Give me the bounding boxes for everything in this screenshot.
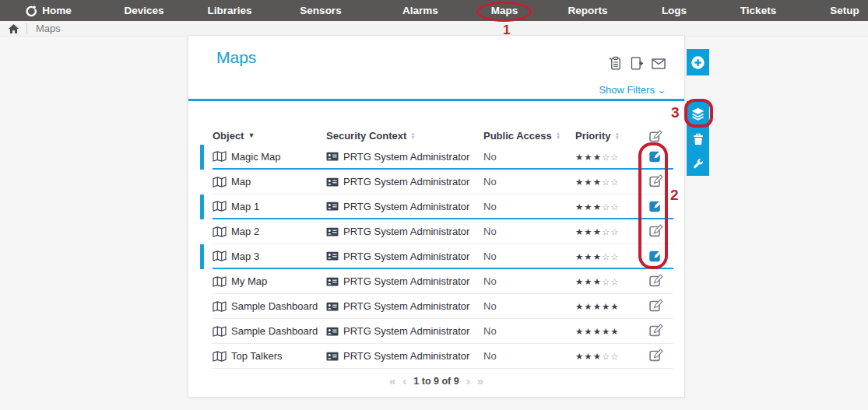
edit-map-button[interactable]: [649, 348, 663, 362]
nav-item-label: Logs: [662, 5, 687, 16]
public-access: No: [483, 226, 575, 237]
table-row[interactable]: Magic Map PRTG System Administrator No ★…: [213, 145, 673, 170]
star-filled-icon: ★: [593, 327, 602, 336]
star-filled-icon: ★: [593, 227, 602, 237]
column-object[interactable]: Object▼: [213, 130, 326, 142]
pagination-last[interactable]: »: [477, 377, 483, 386]
nav-item-label: Libraries: [207, 5, 251, 16]
nav-item-logs[interactable]: Logs: [662, 0, 687, 21]
star-filled-icon: ★: [575, 277, 584, 286]
star-filled-icon: ★: [593, 352, 602, 361]
star-filled-icon: ★: [575, 352, 584, 361]
sort-icon: ▲▼: [615, 131, 620, 139]
edit-map-button[interactable]: [649, 248, 663, 262]
edit-map-button[interactable]: [649, 173, 663, 187]
star-filled-icon: ★: [593, 252, 602, 261]
delete-button[interactable]: [693, 133, 704, 145]
multi-edit-button[interactable]: [691, 107, 705, 121]
table-row[interactable]: Map 1 PRTG System Administrator No ★★★☆☆: [213, 194, 673, 219]
chevron-down-icon: ⌄: [658, 86, 666, 94]
id-card-icon: [326, 277, 339, 286]
column-security-context[interactable]: Security Context▲▼: [326, 130, 483, 142]
star-empty-icon: ☆: [610, 152, 619, 162]
map-icon: [213, 301, 227, 312]
clipboard-report-button[interactable]: [608, 56, 621, 73]
id-card-icon: [326, 327, 339, 336]
nav-item-setup[interactable]: Setup: [830, 0, 859, 21]
nav-item-libraries[interactable]: Libraries: [207, 0, 251, 21]
map-name[interactable]: Map: [231, 176, 251, 187]
map-name[interactable]: Map 1: [231, 201, 259, 212]
star-empty-icon: ☆: [602, 177, 610, 187]
star-filled-icon: ★: [575, 202, 584, 212]
breadcrumb-label[interactable]: Maps: [36, 23, 61, 34]
security-context: PRTG System Administrator: [343, 325, 469, 337]
pagination-first[interactable]: «: [389, 377, 395, 386]
nav-item-tickets[interactable]: Tickets: [740, 0, 776, 21]
panel-actions: [608, 56, 666, 73]
nav-item-label: Tickets: [740, 5, 776, 16]
map-name[interactable]: Sample Dashboard: [231, 325, 318, 337]
edit-map-button[interactable]: [649, 273, 663, 287]
map-name[interactable]: My Map: [231, 275, 267, 287]
star-empty-icon: ☆: [610, 177, 619, 187]
nav-item-sensors[interactable]: Sensors: [300, 0, 341, 21]
edit-map-button[interactable]: [649, 149, 663, 163]
map-name[interactable]: Magic Map: [231, 151, 281, 163]
table-row[interactable]: Top Talkers PRTG System Administrator No…: [213, 344, 673, 369]
star-empty-icon: ☆: [602, 352, 610, 361]
map-name[interactable]: Sample Dashboard: [231, 300, 318, 312]
edit-map-button[interactable]: [649, 298, 663, 312]
map-name[interactable]: Map 2: [231, 226, 259, 237]
star-empty-icon: ☆: [602, 227, 610, 237]
public-access: No: [483, 325, 575, 337]
star-filled-icon: ★: [575, 327, 584, 336]
nav-item-reports[interactable]: Reports: [568, 0, 607, 21]
column-priority[interactable]: Priority▲▼: [575, 130, 649, 142]
pagination-prev[interactable]: ‹: [402, 377, 406, 386]
nav-item-devices[interactable]: Devices: [124, 0, 163, 21]
map-icon: [213, 177, 227, 187]
id-card-icon: [326, 177, 339, 187]
column-public-access[interactable]: Public Access▲▼: [483, 130, 575, 142]
settings-button[interactable]: [692, 158, 704, 170]
add-report-button[interactable]: [630, 56, 643, 73]
prtg-logo-icon: [25, 5, 37, 17]
home-icon[interactable]: [8, 23, 19, 34]
public-access: No: [483, 350, 575, 362]
priority-stars: ★★★☆☆: [575, 201, 649, 212]
show-filters-link[interactable]: Show Filters ⌄: [599, 84, 666, 96]
table-row[interactable]: Sample Dashboard PRTG System Administrat…: [213, 294, 673, 319]
table-row[interactable]: Map 2 PRTG System Administrator No ★★★☆☆: [213, 219, 673, 244]
star-empty-icon: ☆: [610, 277, 619, 286]
star-filled-icon: ★: [584, 152, 592, 162]
map-name[interactable]: Map 3: [231, 251, 259, 262]
table-row[interactable]: Sample Dashboard PRTG System Administrat…: [213, 319, 673, 344]
star-filled-icon: ★: [593, 202, 602, 212]
add-map-button[interactable]: [687, 49, 709, 75]
breadcrumb: Maps: [0, 21, 868, 37]
security-context: PRTG System Administrator: [343, 350, 469, 362]
map-name[interactable]: Top Talkers: [231, 350, 283, 362]
star-filled-icon: ★: [584, 177, 592, 187]
security-context: PRTG System Administrator: [343, 176, 469, 187]
edit-map-button[interactable]: [649, 198, 663, 212]
nav-item-label: Home: [42, 5, 72, 16]
nav-item-alarms[interactable]: Alarms: [402, 0, 438, 21]
nav-item-maps[interactable]: Maps: [491, 0, 518, 21]
star-empty-icon: ☆: [602, 202, 610, 212]
email-button[interactable]: [652, 56, 666, 73]
pagination-label: 1 to 9 of 9: [413, 376, 459, 387]
table-row[interactable]: Map 3 PRTG System Administrator No ★★★☆☆: [213, 244, 673, 269]
edit-icon: [649, 273, 663, 287]
edit-map-button[interactable]: [649, 323, 663, 337]
star-filled-icon: ★: [602, 327, 610, 336]
edit-map-button[interactable]: [649, 223, 663, 237]
table-row[interactable]: Map PRTG System Administrator No ★★★☆☆: [213, 170, 673, 194]
nav-item-home[interactable]: Home: [25, 0, 72, 21]
pagination-next[interactable]: ›: [466, 377, 470, 386]
column-edit[interactable]: [649, 129, 673, 142]
breadcrumb-separator: [26, 23, 27, 33]
star-empty-icon: ☆: [610, 352, 619, 361]
table-row[interactable]: My Map PRTG System Administrator No ★★★☆…: [213, 269, 673, 294]
